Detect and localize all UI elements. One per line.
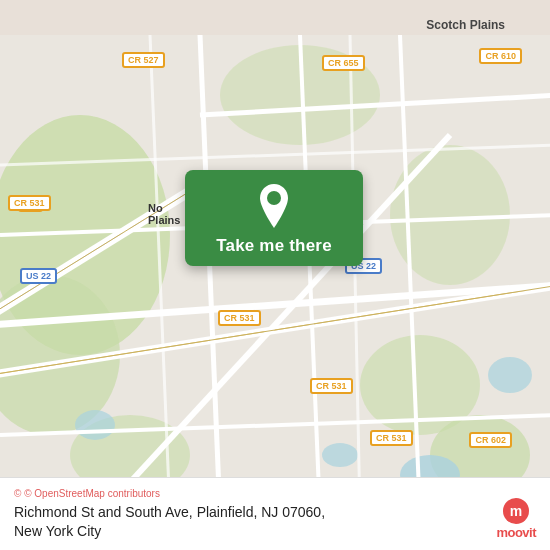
map-container: Scotch Plains I 78 US 22 US 22 CR 527 CR… [0, 0, 550, 550]
cr602-badge: CR 602 [469, 432, 512, 448]
cr531-far-badge: CR 531 [370, 430, 413, 446]
moovit-logo: m moovit [496, 497, 536, 540]
svg-text:m: m [510, 503, 522, 519]
cr527-badge: CR 527 [122, 52, 165, 68]
moovit-icon: m [502, 497, 530, 525]
us22-left-badge: US 22 [20, 268, 57, 284]
bottom-panel: © © OpenStreetMap contributors Richmond … [0, 477, 550, 550]
map-svg [0, 0, 550, 550]
cr531-left-badge: CR 531 [8, 195, 51, 211]
cr531-mid-badge: CR 531 [218, 310, 261, 326]
take-me-there-label: Take me there [216, 236, 332, 256]
cr610-badge: CR 610 [479, 48, 522, 64]
scotch-plains-label: Scotch Plains [426, 18, 505, 32]
svg-point-29 [267, 191, 281, 205]
cr655-badge: CR 655 [322, 55, 365, 71]
svg-point-9 [75, 410, 115, 440]
moovit-text: moovit [496, 525, 536, 540]
take-me-there-button[interactable]: Take me there [185, 170, 363, 266]
svg-point-10 [322, 443, 358, 467]
address-line: Richmond St and South Ave, Plainfield, N… [14, 503, 536, 542]
no-plains-label: NoPlains [148, 202, 180, 226]
osm-credit: © © OpenStreetMap contributors [14, 488, 536, 499]
cr531-right-badge: CR 531 [310, 378, 353, 394]
svg-point-11 [488, 357, 532, 393]
location-pin-icon [256, 184, 292, 228]
